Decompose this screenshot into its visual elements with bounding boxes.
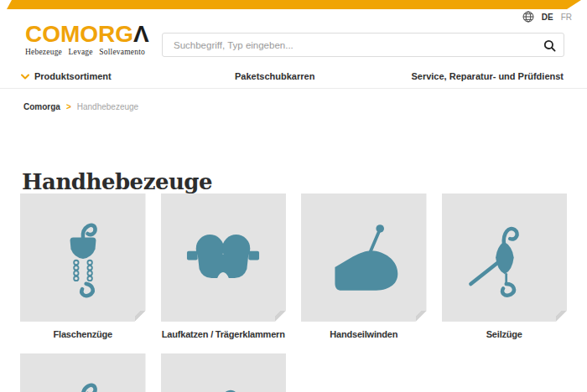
chain-hoist-icon [59,374,107,392]
category-label[interactable]: Flaschenzüge [20,329,146,339]
chevron-down-icon [21,74,29,80]
breadcrumb-current: Handhebezeuge [77,102,138,111]
language-switcher: DE FR [522,11,572,23]
header-divider [0,88,587,89]
category-tile-row2-2[interactable] [161,353,287,392]
logo-accent-letter: Λ [133,21,149,47]
top-ribbon [7,0,581,9]
category-label[interactable]: Handseilwinden [301,329,427,339]
nav-item-label: Produktsortiment [34,65,112,88]
search-icon[interactable] [543,39,556,52]
nav-item-service[interactable]: Service, Reparatur- und Prüfdienst [411,65,564,88]
category-tile-row2-1[interactable] [20,353,146,392]
nav-item-paketschubkarren[interactable]: Paketschubkarren [235,65,314,88]
logo-tagline: Hebezeuge Levage Sollevamento [25,48,149,56]
category-cell: Seilzüge [442,193,568,339]
category-tile-seilzuege[interactable] [442,193,568,322]
category-cell [20,353,146,392]
logo[interactable]: COMORGΛ Hebezeuge Levage Sollevamento [25,22,149,56]
breadcrumb-separator-icon: > [66,102,71,111]
nav-item-label: Paketschubkarren [235,65,314,88]
category-tile-flaschenzuege[interactable] [20,193,146,322]
category-grid: Flaschenzüge Laufkatzen / Trägerklammern [20,193,567,392]
search-input[interactable] [163,34,564,56]
beam-trolley-icon [185,232,261,283]
language-fr[interactable]: FR [561,13,572,22]
main-nav: Produktsortiment Paketschubkarren Servic… [0,65,587,88]
category-tile-laufkatzen[interactable] [161,193,287,322]
logo-wordmark: COMORGΛ [25,22,149,47]
category-label[interactable]: Seilzüge [442,329,568,339]
rope-hoist-icon [465,216,543,299]
globe-icon [522,11,534,23]
category-tile-handseilwinden[interactable] [301,193,427,322]
nav-item-produktsortiment[interactable]: Produktsortiment [21,65,112,88]
language-de[interactable]: DE [542,13,553,22]
category-cell: Flaschenzüge [20,193,146,339]
hand-winch-icon [324,221,404,294]
chain-hoist-icon [59,214,107,302]
category-label[interactable]: Laufkatzen / Trägerklammern [161,329,287,339]
nav-item-label: Service, Reparatur- und Prüfdienst [411,65,564,88]
page-title: Handhebezeuge [22,169,212,194]
search-bar [162,33,564,57]
chain-hoist-icon [199,374,247,392]
category-cell: Laufkatzen / Trägerklammern [161,193,287,339]
category-cell: Handseilwinden [301,193,427,339]
breadcrumb-home[interactable]: Comorga [23,102,60,111]
logo-text: COMORG [25,21,133,47]
breadcrumb: Comorga > Handhebezeuge [23,102,138,111]
category-cell [161,353,287,392]
